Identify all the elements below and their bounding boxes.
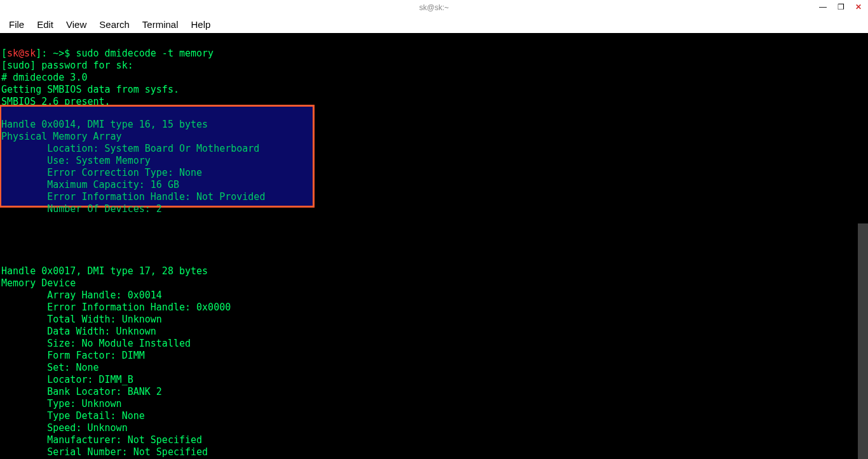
output-sudo: [sudo] password for sk:	[1, 60, 133, 71]
titlebar: sk@sk:~ — ❐ ✕	[0, 0, 868, 15]
window-title: sk@sk:~	[419, 3, 449, 12]
s2-l0: Handle 0x0017, DMI type 17, 28 bytes	[1, 265, 208, 277]
s2-l5: Data Width: Unknown	[1, 326, 156, 337]
hl-l0: Handle 0x0014, DMI type 16, 15 bytes	[1, 119, 208, 130]
menu-terminal[interactable]: Terminal	[142, 19, 179, 30]
s2-l8: Set: None	[1, 362, 99, 373]
output-getting: Getting SMBIOS data from sysfs.	[1, 84, 179, 95]
close-button[interactable]: ✕	[853, 1, 864, 13]
hl-l5: Maximum Capacity: 16 GB	[1, 179, 179, 190]
output-version: # dmidecode 3.0	[1, 72, 87, 83]
menu-edit[interactable]: Edit	[37, 19, 53, 30]
minimize-button[interactable]: —	[817, 1, 829, 13]
s2-l7: Form Factor: DIMM	[1, 350, 145, 361]
menu-file[interactable]: File	[9, 19, 24, 30]
hl-l3: Use: System Memory	[1, 155, 151, 166]
menu-help[interactable]: Help	[191, 19, 211, 30]
scrollbar[interactable]	[858, 223, 868, 459]
hl-l7: Number Of Devices: 2	[1, 203, 162, 215]
s2-l6: Size: No Module Installed	[1, 338, 191, 349]
hl-l6: Error Information Handle: Not Provided	[1, 191, 265, 203]
terminal-area[interactable]: [sk@sk]: ~>$ sudo dmidecode -t memory [s…	[0, 33, 868, 459]
window-controls: — ❐ ✕	[817, 1, 864, 13]
prompt-open: [	[1, 48, 7, 59]
prompt-path: ]: ~>$	[36, 48, 76, 59]
s2-l15: Serial Number: Not Specified	[1, 446, 208, 458]
hl-l4: Error Correction Type: None	[1, 167, 202, 178]
s2-l9: Locator: DIMM_B	[1, 374, 133, 385]
prompt-line: [sk@sk]: ~>$ sudo dmidecode -t memory	[1, 48, 214, 59]
prompt-userhost: sk@sk	[7, 48, 36, 59]
s2-l11: Type: Unknown	[1, 398, 122, 409]
menu-search[interactable]: Search	[99, 19, 130, 30]
hl-l1: Physical Memory Array	[1, 131, 122, 142]
s2-l3: Error Information Handle: 0x0000	[1, 302, 231, 313]
prompt-command: sudo dmidecode -t memory	[76, 48, 214, 59]
s2-l2: Array Handle: 0x0014	[1, 289, 162, 301]
s2-l1: Memory Device	[1, 277, 76, 289]
s2-l4: Total Width: Unknown	[1, 314, 162, 325]
highlight-box: Handle 0x0014, DMI type 16, 15 bytes Phy…	[0, 105, 315, 208]
maximize-button[interactable]: ❐	[835, 1, 846, 13]
s2-l10: Bank Locator: BANK 2	[1, 386, 162, 397]
terminal-window: sk@sk:~ — ❐ ✕ File Edit View Search Term…	[0, 0, 868, 459]
s2-l14: Manufacturer: Not Specified	[1, 434, 202, 446]
menubar: File Edit View Search Terminal Help	[0, 15, 868, 33]
s2-l12: Type Detail: None	[1, 410, 145, 422]
menu-view[interactable]: View	[66, 19, 86, 30]
hl-l2: Location: System Board Or Motherboard	[1, 143, 259, 154]
s2-l13: Speed: Unknown	[1, 422, 128, 434]
highlight-content: Handle 0x0014, DMI type 16, 15 bytes Phy…	[1, 119, 313, 215]
